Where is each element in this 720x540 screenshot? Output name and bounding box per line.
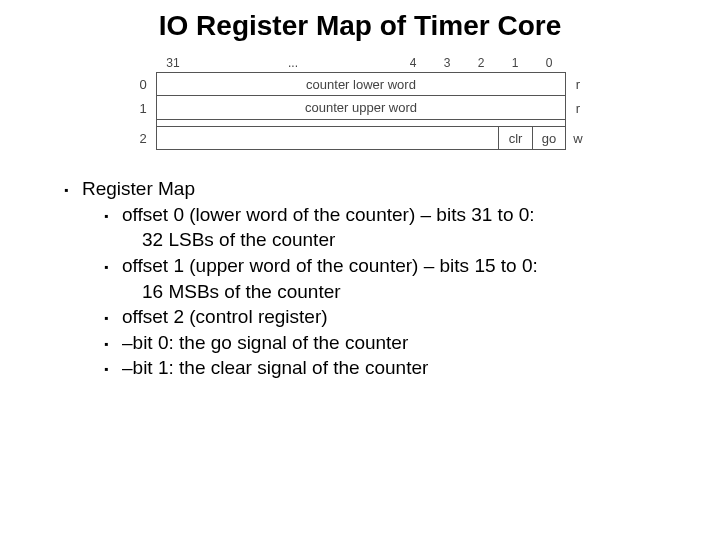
register-row-1: 1 counter upper word r xyxy=(130,96,590,120)
offset-label: 0 xyxy=(130,72,156,96)
bullet-item: offset 0 (lower word of the counter) – b… xyxy=(124,202,680,228)
access-label: w xyxy=(566,126,590,150)
bit-label-1: 1 xyxy=(498,56,532,70)
bit-label-31: 31 xyxy=(156,56,190,70)
bit-label-4: 4 xyxy=(396,56,430,70)
register-map-diagram: 31 ... 4 3 2 1 0 0 counter lower word r … xyxy=(130,54,590,150)
register-field: counter upper word xyxy=(157,96,565,120)
bullet-item: –bit 1: the clear signal of the counter xyxy=(124,355,680,381)
bit-label-2: 2 xyxy=(464,56,498,70)
bullet-item-cont: 32 LSBs of the counter xyxy=(124,227,680,253)
bullet-item-cont: 16 MSBs of the counter xyxy=(124,279,680,305)
bullet-item: –bit 0: the go signal of the counter xyxy=(124,330,680,356)
bit-label-0: 0 xyxy=(532,56,566,70)
access-label: r xyxy=(566,96,590,120)
register-row-2: 2 clr go w xyxy=(130,126,590,150)
register-row-0: 0 counter lower word r xyxy=(130,72,590,96)
register-bit-go: go xyxy=(532,126,566,150)
bullet-item: offset 1 (upper word of the counter) – b… xyxy=(124,253,680,279)
register-field: counter lower word xyxy=(157,72,565,96)
page-title: IO Register Map of Timer Core xyxy=(40,10,680,42)
offset-label: 1 xyxy=(130,96,156,120)
bit-label-3: 3 xyxy=(430,56,464,70)
bullet-heading: Register Map xyxy=(84,176,680,202)
register-bit-clr: clr xyxy=(498,126,532,150)
bullet-item: offset 2 (control register) xyxy=(124,304,680,330)
access-label: r xyxy=(566,72,590,96)
bit-label-ellipsis: ... xyxy=(190,56,396,70)
register-field-blank xyxy=(157,126,498,150)
offset-label: 2 xyxy=(130,126,156,150)
